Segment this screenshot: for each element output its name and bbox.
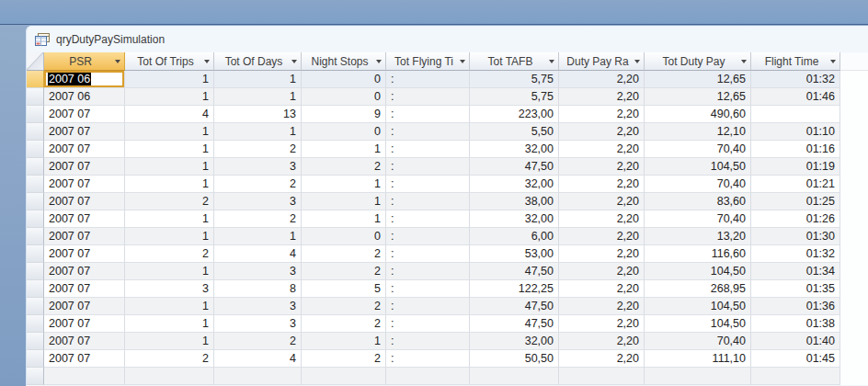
cell[interactable]: 2007 07 xyxy=(44,176,125,193)
cell[interactable]: 2007 07 xyxy=(44,210,125,228)
cell[interactable]: 104,50 xyxy=(645,298,751,315)
cell[interactable]: 01:16 xyxy=(751,141,840,158)
cell[interactable]: 01:40 xyxy=(751,333,840,350)
cell[interactable]: 53,00 xyxy=(470,245,559,263)
chevron-down-icon[interactable] xyxy=(115,60,120,63)
cell[interactable]: 2,20 xyxy=(559,106,645,123)
cell[interactable]: 3 xyxy=(214,315,302,333)
cell[interactable]: 2,20 xyxy=(559,193,645,210)
cell[interactable]: 70,40 xyxy=(645,333,751,350)
cell[interactable]: 01:19 xyxy=(751,158,840,176)
cell[interactable] xyxy=(645,368,751,385)
row-selector[interactable] xyxy=(27,298,44,315)
cell[interactable]: 104,50 xyxy=(645,263,751,280)
select-all-corner[interactable] xyxy=(27,52,44,71)
cell[interactable]: 1 xyxy=(125,176,214,193)
cell[interactable]: 01:26 xyxy=(751,210,840,228)
cell[interactable]: : xyxy=(386,333,470,350)
cell[interactable]: 70,40 xyxy=(645,210,751,228)
cell[interactable] xyxy=(302,368,386,385)
cell[interactable]: 1 xyxy=(125,123,214,141)
cell[interactable]: 1 xyxy=(125,263,214,280)
cell[interactable]: : xyxy=(386,315,470,333)
cell[interactable]: 01:34 xyxy=(751,263,840,280)
cell[interactable]: 2007 07 xyxy=(44,315,125,333)
cell[interactable]: 2007 07 xyxy=(44,350,125,368)
cell[interactable]: 2007 07 xyxy=(44,333,125,350)
cell[interactable]: 32,00 xyxy=(470,210,559,228)
cell[interactable]: 2007 07 xyxy=(44,228,125,245)
cell[interactable]: 6,00 xyxy=(470,228,559,245)
column-header-night-stops[interactable]: Night Stops xyxy=(302,52,386,71)
cell[interactable] xyxy=(44,368,125,385)
cell[interactable]: 2,20 xyxy=(559,228,645,245)
chevron-down-icon[interactable] xyxy=(741,60,747,63)
cell[interactable]: 5,50 xyxy=(470,123,559,141)
cell[interactable]: 32,00 xyxy=(470,333,559,350)
column-header-duty-pay-ra[interactable]: Duty Pay Ra xyxy=(559,52,645,71)
cell[interactable]: 01:38 xyxy=(751,315,840,333)
cell[interactable]: 2007 07 xyxy=(44,263,125,280)
cell[interactable]: 01:32 xyxy=(751,71,840,88)
cell[interactable] xyxy=(751,106,840,123)
chevron-down-icon[interactable] xyxy=(204,60,210,63)
cell[interactable]: 2,20 xyxy=(559,280,645,298)
cell[interactable]: : xyxy=(386,263,470,280)
cell[interactable]: 1 xyxy=(125,315,214,333)
cell[interactable]: 4 xyxy=(214,245,302,263)
row-selector[interactable] xyxy=(27,245,44,263)
column-header-psr[interactable]: PSR xyxy=(44,52,125,71)
cell[interactable]: : xyxy=(386,106,470,123)
cell[interactable]: 83,60 xyxy=(645,193,751,210)
cell[interactable]: 4 xyxy=(214,350,302,368)
cell[interactable]: 2,20 xyxy=(559,176,645,193)
cell[interactable]: 2 xyxy=(302,298,386,315)
row-selector[interactable] xyxy=(27,193,44,210)
cell[interactable]: 32,00 xyxy=(470,141,559,158)
row-selector[interactable] xyxy=(27,71,44,88)
cell[interactable]: 2,20 xyxy=(559,158,645,176)
row-selector[interactable] xyxy=(27,158,44,176)
cell[interactable]: 2 xyxy=(302,315,386,333)
cell[interactable]: : xyxy=(386,210,470,228)
cell[interactable]: 5 xyxy=(302,280,386,298)
cell[interactable]: 2007 07 xyxy=(44,245,125,263)
cell[interactable]: 1 xyxy=(125,141,214,158)
cell[interactable] xyxy=(751,368,840,385)
cell[interactable]: 1 xyxy=(125,88,214,106)
cell[interactable]: 2 xyxy=(214,176,302,193)
cell[interactable]: 01:45 xyxy=(751,350,840,368)
cell[interactable]: 2 xyxy=(214,141,302,158)
cell[interactable]: 1 xyxy=(125,333,214,350)
cell[interactable]: 1 xyxy=(125,298,214,315)
cell[interactable]: 2007 07 xyxy=(44,141,125,158)
cell[interactable]: 2 xyxy=(302,245,386,263)
row-selector[interactable] xyxy=(27,350,44,368)
cell[interactable]: : xyxy=(386,176,470,193)
cell[interactable]: 3 xyxy=(214,298,302,315)
cell[interactable]: 2,20 xyxy=(559,88,645,106)
cell[interactable]: 47,50 xyxy=(470,298,559,315)
cell[interactable]: 2 xyxy=(125,350,214,368)
cell[interactable]: 2 xyxy=(302,263,386,280)
cell[interactable]: 2,20 xyxy=(559,298,645,315)
cell[interactable]: 2,20 xyxy=(559,315,645,333)
cell[interactable]: 01:35 xyxy=(751,280,840,298)
cell[interactable]: 1 xyxy=(214,228,302,245)
cell[interactable]: 32,00 xyxy=(470,176,559,193)
cell[interactable]: 122,25 xyxy=(470,280,559,298)
cell[interactable]: 47,50 xyxy=(470,315,559,333)
document-tab[interactable]: qryDutyPaySimulation xyxy=(27,27,868,52)
cell[interactable]: 1 xyxy=(302,176,386,193)
cell[interactable]: 0 xyxy=(302,88,386,106)
column-header-flight-time[interactable]: Flight Time xyxy=(751,52,840,71)
cell[interactable]: 1 xyxy=(214,123,302,141)
cell[interactable]: 0 xyxy=(302,71,386,88)
cell[interactable]: 2 xyxy=(302,158,386,176)
cell[interactable] xyxy=(470,368,559,385)
chevron-down-icon[interactable] xyxy=(549,60,554,63)
cell[interactable]: 12,10 xyxy=(645,123,751,141)
row-selector[interactable] xyxy=(27,263,44,280)
cell[interactable]: 1 xyxy=(302,333,386,350)
row-selector[interactable] xyxy=(27,368,44,385)
